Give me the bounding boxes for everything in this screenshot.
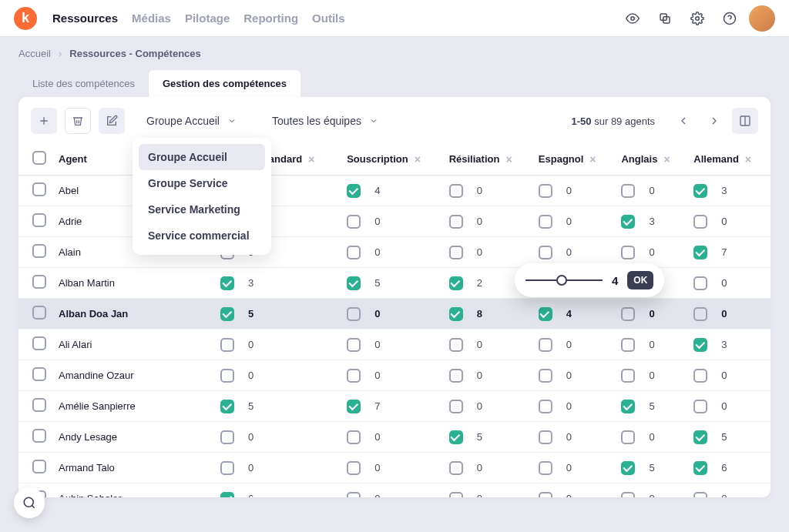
table-row[interactable]: Armand Talo000056	[18, 453, 771, 483]
skill-checkbox[interactable]	[539, 215, 552, 229]
skill-checkbox[interactable]	[693, 215, 707, 229]
skill-checkbox[interactable]	[347, 246, 361, 259]
team-filter[interactable]: Toutes les équipes	[266, 110, 384, 132]
add-button[interactable]	[31, 108, 57, 134]
skill-checkbox[interactable]	[621, 369, 635, 383]
row-checkbox[interactable]	[32, 460, 46, 473]
table-row[interactable]: Abel040003	[18, 176, 771, 206]
skill-checkbox[interactable]	[539, 246, 552, 259]
skill-checkbox[interactable]	[220, 338, 234, 352]
table-row[interactable]: Ali Alari000003	[18, 330, 771, 360]
row-checkbox[interactable]	[32, 275, 46, 289]
skill-checkbox[interactable]	[621, 492, 635, 498]
skill-checkbox[interactable]	[347, 338, 361, 352]
skill-checkbox[interactable]	[347, 492, 361, 498]
skill-checkbox[interactable]	[220, 430, 234, 444]
skill-checkbox[interactable]	[449, 215, 463, 229]
select-all-checkbox[interactable]	[32, 151, 46, 165]
skill-checkbox[interactable]	[449, 461, 463, 475]
skill-checkbox[interactable]	[449, 276, 463, 290]
skill-checkbox[interactable]	[621, 184, 635, 198]
skill-checkbox[interactable]	[220, 307, 234, 321]
skill-checkbox[interactable]	[449, 307, 463, 321]
row-checkbox[interactable]	[32, 429, 46, 443]
skill-checkbox[interactable]	[693, 307, 707, 321]
skill-checkbox[interactable]	[539, 307, 552, 321]
skill-checkbox[interactable]	[693, 461, 707, 475]
row-checkbox[interactable]	[32, 213, 46, 227]
search-fab[interactable]	[14, 487, 45, 518]
nav-item-pilotage[interactable]: Pilotage	[185, 12, 230, 25]
column-header[interactable]: Souscription×	[341, 143, 442, 176]
row-checkbox[interactable]	[32, 244, 46, 258]
copy-icon[interactable]	[652, 5, 678, 32]
column-header[interactable]: Anglais×	[615, 143, 687, 176]
skill-checkbox[interactable]	[539, 184, 552, 198]
breadcrumb-home[interactable]: Accueil	[18, 48, 51, 59]
skill-checkbox[interactable]	[693, 338, 707, 352]
skill-checkbox[interactable]	[449, 338, 463, 352]
row-checkbox[interactable]	[32, 306, 46, 320]
skill-checkbox[interactable]	[693, 369, 707, 383]
remove-column-icon[interactable]: ×	[589, 153, 596, 166]
row-checkbox[interactable]	[32, 398, 46, 412]
skill-checkbox[interactable]	[621, 400, 635, 413]
skill-checkbox[interactable]	[347, 400, 361, 413]
column-header[interactable]: Espagnol×	[532, 143, 616, 176]
skill-checkbox[interactable]	[220, 369, 234, 383]
columns-button[interactable]	[732, 108, 758, 134]
column-header[interactable]: Allemand×	[687, 143, 771, 176]
skill-checkbox[interactable]	[347, 215, 361, 229]
skill-checkbox[interactable]	[539, 492, 552, 498]
skill-checkbox[interactable]	[220, 400, 234, 413]
skill-checkbox[interactable]	[539, 430, 552, 444]
skill-checkbox[interactable]	[220, 276, 234, 290]
skill-checkbox[interactable]	[539, 400, 552, 413]
skill-checkbox[interactable]	[347, 276, 361, 290]
level-slider[interactable]	[525, 279, 603, 281]
skill-checkbox[interactable]	[693, 184, 707, 198]
skill-checkbox[interactable]	[539, 338, 552, 352]
skill-checkbox[interactable]	[449, 400, 463, 413]
group-filter[interactable]: Groupe Accueil Groupe AccueilGroupe Serv…	[140, 110, 243, 132]
skill-checkbox[interactable]	[220, 461, 234, 475]
column-header[interactable]: Résiliation×	[443, 143, 532, 176]
skill-checkbox[interactable]	[449, 246, 463, 259]
skill-checkbox[interactable]	[347, 369, 361, 383]
avatar[interactable]	[749, 5, 775, 32]
next-page-button[interactable]	[701, 108, 727, 134]
app-logo[interactable]: k	[14, 7, 37, 30]
skill-checkbox[interactable]	[621, 338, 635, 352]
tab-1[interactable]: Gestion des compétences	[149, 70, 300, 97]
remove-column-icon[interactable]: ×	[415, 153, 421, 166]
nav-item-ressources[interactable]: Ressources	[52, 12, 118, 25]
skill-checkbox[interactable]	[693, 276, 707, 290]
tab-0[interactable]: Liste des compétences	[18, 70, 149, 97]
group-option[interactable]: Groupe Accueil	[139, 144, 265, 170]
table-row[interactable]: Alban Doa Jan508400	[18, 299, 771, 330]
row-checkbox[interactable]	[32, 336, 46, 350]
help-icon[interactable]	[717, 5, 743, 32]
skill-checkbox[interactable]	[693, 430, 707, 444]
remove-column-icon[interactable]: ×	[308, 153, 314, 166]
skill-checkbox[interactable]	[347, 430, 361, 444]
group-option[interactable]: Groupe Service	[139, 170, 265, 196]
skill-checkbox[interactable]	[621, 246, 635, 259]
table-row[interactable]: Amandine Ozaur000000	[18, 360, 771, 391]
remove-column-icon[interactable]: ×	[505, 153, 512, 166]
nav-item-outils[interactable]: Outils	[312, 12, 345, 25]
skill-checkbox[interactable]	[621, 307, 635, 321]
table-row[interactable]: Adrie400030	[18, 206, 771, 237]
skill-checkbox[interactable]	[449, 184, 463, 198]
skill-checkbox[interactable]	[449, 369, 463, 383]
remove-column-icon[interactable]: ×	[745, 153, 751, 166]
nav-item-reporting[interactable]: Reporting	[243, 12, 298, 25]
row-checkbox[interactable]	[32, 182, 46, 196]
skill-checkbox[interactable]	[693, 492, 707, 498]
skill-checkbox[interactable]	[621, 461, 635, 475]
skill-checkbox[interactable]	[539, 461, 552, 475]
skill-checkbox[interactable]	[621, 215, 635, 229]
edit-button[interactable]	[99, 108, 125, 134]
skill-checkbox[interactable]	[621, 430, 635, 444]
eye-icon[interactable]	[619, 5, 646, 32]
